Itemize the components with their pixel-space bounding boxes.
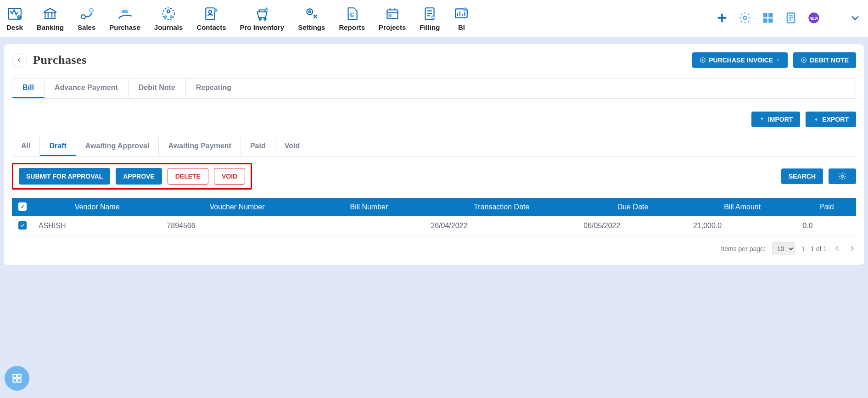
cell-amount: 21,000.0 (688, 216, 797, 236)
journals-icon (161, 6, 176, 22)
svg-point-9 (209, 11, 212, 13)
chevron-down-icon[interactable] (849, 11, 862, 26)
tab-bill[interactable]: Bill (12, 78, 45, 98)
per-page-select[interactable]: 10 (772, 242, 795, 255)
top-right-actions: NEW (716, 11, 862, 26)
button-label: DEBIT NOTE (810, 56, 849, 64)
subtab-void[interactable]: Void (275, 137, 309, 156)
chevron-left-icon (16, 57, 22, 63)
next-page-button[interactable] (848, 244, 856, 254)
nav-projects[interactable]: Projects (379, 6, 406, 31)
svg-point-15 (308, 11, 310, 13)
subtab-all[interactable]: All (12, 137, 40, 156)
gear-icon (838, 172, 846, 180)
page-title: Purchases (33, 53, 87, 67)
tab-debit-note[interactable]: Debit Note (129, 78, 186, 98)
debit-note-button[interactable]: DEBIT NOTE (793, 52, 856, 68)
prev-page-button[interactable] (833, 244, 841, 254)
th-paid[interactable]: Paid (797, 198, 856, 216)
tab-repeating[interactable]: Repeating (186, 78, 241, 98)
svg-point-13 (265, 7, 268, 10)
select-all-checkbox[interactable] (18, 202, 27, 211)
desk-icon (7, 6, 22, 22)
nav-inventory[interactable]: Pro Inventory (240, 6, 285, 31)
nav-contacts[interactable]: Contacts (196, 6, 226, 31)
nav-journals[interactable]: Journals (154, 6, 183, 31)
title-actions: PURCHASE INVOICE DEBIT NOTE (692, 52, 856, 68)
bills-table: Vendor Name Voucher Number Bill Number T… (12, 198, 856, 236)
th-amount[interactable]: Bill Amount (688, 198, 797, 216)
table-row[interactable]: ASHISH 7894566 26/04/2022 06/05/2022 21,… (12, 216, 856, 236)
filling-icon (422, 6, 437, 22)
title-row: Purchases PURCHASE INVOICE DEBIT NOTE (12, 52, 856, 68)
nav-sales[interactable]: Sales (78, 6, 95, 31)
svg-point-12 (264, 18, 266, 20)
subtab-draft[interactable]: Draft (40, 137, 76, 156)
svg-point-10 (214, 8, 218, 12)
row-checkbox[interactable] (18, 221, 27, 230)
calculator-icon[interactable] (762, 11, 774, 26)
nav-label: Banking (37, 23, 64, 31)
table-body: ASHISH 7894566 26/04/2022 06/05/2022 21,… (12, 216, 856, 236)
pager-label: Items per page: (721, 245, 765, 252)
page-card: Purchases PURCHASE INVOICE DEBIT NOTE Bi… (4, 44, 864, 265)
plus-circle-icon (700, 57, 706, 63)
svg-point-33 (841, 175, 844, 178)
nav-banking[interactable]: Banking (37, 6, 64, 31)
subtab-paid[interactable]: Paid (241, 137, 275, 156)
table-head: Vendor Name Voucher Number Bill Number T… (12, 198, 856, 216)
pagination: Items per page: 10 1 - 1 of 1 (12, 242, 856, 255)
search-button[interactable]: SEARCH (781, 168, 823, 184)
add-icon[interactable] (716, 11, 728, 26)
nav-desk[interactable]: Desk (6, 6, 23, 31)
th-bill[interactable]: Bill Number (313, 198, 426, 216)
svg-point-23 (744, 16, 747, 19)
table-settings-button[interactable] (829, 168, 856, 184)
svg-point-14 (307, 9, 313, 15)
subtab-awaiting-approval[interactable]: Awaiting Approval (76, 137, 159, 156)
export-button[interactable]: EXPORT (806, 112, 856, 127)
purchase-invoice-button[interactable]: PURCHASE INVOICE (692, 52, 788, 68)
inventory-icon (254, 6, 270, 22)
nav-label: Contacts (196, 23, 226, 31)
nav-label: Journals (154, 23, 183, 31)
back-button[interactable] (12, 53, 27, 67)
cell-due: 06/05/2022 (578, 216, 688, 236)
plus-circle-icon (801, 57, 807, 63)
new-badge-icon[interactable]: NEW (807, 11, 820, 26)
import-button[interactable]: IMPORT (751, 112, 800, 127)
caret-down-icon (776, 58, 780, 62)
svg-point-6 (170, 15, 173, 18)
download-icon (813, 116, 819, 123)
nav-reports[interactable]: Reports (339, 6, 365, 31)
delete-button[interactable]: DELETE (168, 168, 208, 185)
approve-button[interactable]: APPROVE (116, 168, 162, 185)
status-subtabs: All Draft Awaiting Approval Awaiting Pay… (12, 137, 856, 157)
button-label: EXPORT (822, 116, 849, 123)
submit-approval-button[interactable]: SUBMIT FOR APPROVAL (19, 168, 110, 185)
gear-icon[interactable] (739, 11, 751, 26)
subtab-awaiting-payment[interactable]: Awaiting Payment (159, 137, 241, 156)
nav-purchase[interactable]: Purchase (109, 6, 140, 31)
note-icon[interactable] (784, 11, 797, 26)
svg-rect-18 (388, 14, 391, 17)
nav-bi[interactable]: BI (454, 6, 469, 31)
cell-vendor: ASHISH (33, 216, 161, 236)
th-voucher[interactable]: Voucher Number (161, 198, 313, 216)
reports-icon (344, 6, 360, 22)
th-txn[interactable]: Transaction Date (425, 198, 578, 216)
import-export-row: IMPORT EXPORT (12, 112, 856, 127)
chevron-left-icon (833, 244, 841, 252)
purchase-icon (117, 6, 133, 22)
th-vendor[interactable]: Vendor Name (33, 198, 161, 216)
button-label: PURCHASE INVOICE (709, 56, 773, 64)
svg-rect-24 (763, 13, 767, 17)
settings-icon (304, 6, 319, 22)
nav-settings[interactable]: Settings (298, 6, 325, 31)
cell-voucher: 7894566 (161, 216, 313, 236)
void-button[interactable]: VOID (214, 168, 245, 185)
nav-filling[interactable]: Filling (420, 6, 440, 31)
th-due[interactable]: Due Date (578, 198, 688, 216)
upload-icon (759, 116, 765, 123)
tab-advance-payment[interactable]: Advance Payment (45, 78, 129, 98)
